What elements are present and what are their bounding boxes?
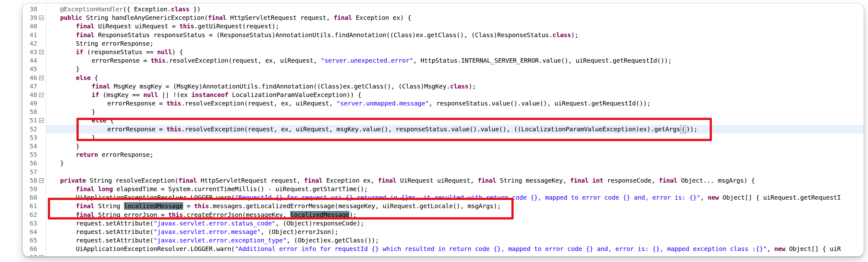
code-text: if (responseStatus == null) {: [76, 48, 183, 56]
token-keyword: if: [92, 91, 99, 98]
code-line[interactable]: final ResponseStatus responseStatus = (R…: [46, 31, 864, 39]
line-number: 62: [23, 211, 37, 219]
code-line[interactable]: String errorResponse;: [46, 39, 864, 48]
fold-column: [37, 91, 46, 99]
token-plain: .resolveException(request, ex, uiRequest…: [165, 57, 321, 64]
code-text: errorResponse = this.resolveException(re…: [107, 125, 698, 134]
token-plain: errorResponse;: [98, 151, 153, 158]
token-keyword: final: [76, 31, 94, 39]
code-line[interactable]: private String resolveException(final Ht…: [46, 176, 864, 185]
code-line[interactable]: [46, 253, 864, 256]
fold-toggle-icon[interactable]: [39, 16, 44, 20]
code-line[interactable]: final long elapsedTime = System.currentT…: [46, 185, 864, 193]
code-line[interactable]: }: [46, 108, 864, 116]
code-line[interactable]: errorResponse = this.resolveException(re…: [46, 99, 864, 108]
token-plain: {: [106, 117, 114, 124]
editor-row-50: 50}: [23, 108, 864, 116]
code-line[interactable]: final String errorJson = this.createErro…: [46, 211, 864, 219]
editor-row-43: 43if (responseStatus == null) {: [23, 48, 864, 56]
code-text: if (msgKey == null || !(ex instanceof Lo…: [92, 91, 361, 99]
token-plain: }): [189, 5, 200, 13]
token-plain: String: [94, 202, 124, 210]
code-line[interactable]: }: [46, 142, 864, 150]
code-text: }: [60, 159, 64, 168]
token-plain: ,: [767, 245, 774, 253]
token-plain: {: [91, 74, 98, 82]
code-line[interactable]: final String localizedMessage = this.mes…: [46, 202, 864, 210]
code-line[interactable]: UiApplicationExceptionResolver.LOGGER.wa…: [46, 245, 864, 253]
token-occurrence-highlight: localizedMessage: [290, 211, 349, 219]
token-keyword: final: [76, 22, 94, 30]
token-keyword: this: [166, 125, 181, 133]
code-text: }: [92, 108, 95, 116]
code-text: errorResponse = this.resolveException(re…: [107, 99, 651, 108]
code-text: final long elapsedTime = System.currentT…: [76, 185, 368, 193]
line-number: 60: [23, 193, 37, 202]
token-plain: }: [60, 159, 64, 167]
code-line[interactable]: else {: [46, 74, 864, 82]
code-line[interactable]: UiApplicationExceptionResolver.LOGGER.wa…: [46, 193, 864, 202]
token-plain: ) {: [172, 48, 183, 56]
token-keyword: public: [60, 14, 82, 22]
code-text: }: [76, 142, 80, 150]
fold-toggle-icon[interactable]: [39, 76, 44, 80]
code-text: request.setAttribute("javax.servlet.erro…: [76, 236, 379, 245]
fold-column: [37, 74, 46, 82]
fold-column: [37, 185, 46, 193]
line-number: 61: [23, 202, 37, 210]
token-plain: String resolveException(: [86, 177, 179, 184]
code-line[interactable]: if (responseStatus == null) {: [46, 48, 864, 56]
editor-row-64: 64request.setAttribute("javax.servlet.er…: [23, 228, 864, 236]
editor-row-38: 38@ExceptionHandler({ Exception.class }): [23, 5, 864, 13]
code-line[interactable]: }: [46, 159, 864, 168]
token-keyword: this: [166, 99, 181, 107]
code-text: final String errorJson = this.createErro…: [76, 211, 356, 219]
code-line[interactable]: }: [46, 134, 864, 142]
code-line[interactable]: final UiRequest uiRequest = this.getUiRe…: [46, 22, 864, 31]
token-plain: ({ Exception.: [123, 5, 171, 13]
code-line[interactable]: errorResponse = this.resolveException(re…: [46, 125, 864, 134]
fold-toggle-icon[interactable]: [39, 93, 44, 97]
code-lines-container[interactable]: 38@ExceptionHandler({ Exception.class })…: [23, 5, 864, 256]
code-line[interactable]: request.setAttribute("javax.servlet.erro…: [46, 219, 864, 228]
line-number: 55: [23, 150, 37, 159]
code-line[interactable]: return errorResponse;: [46, 150, 864, 159]
code-line[interactable]: }: [46, 65, 864, 74]
token-keyword: final: [92, 83, 110, 90]
fold-toggle-icon[interactable]: [39, 255, 44, 256]
fold-column: [37, 150, 46, 159]
fold-column: [37, 31, 46, 39]
code-line[interactable]: request.setAttribute("javax.servlet.erro…: [46, 236, 864, 245]
editor-row-40: 40final UiRequest uiRequest = this.getUi…: [23, 22, 864, 31]
token-plain: Exception ex,: [322, 177, 378, 184]
token-plain: UiRequest uiRequest,: [397, 177, 478, 184]
code-line[interactable]: [46, 168, 864, 176]
token-plain: LocalizationParamValueException)) {: [228, 91, 361, 98]
fold-column: [37, 82, 46, 91]
code-text: request.setAttribute("javax.servlet.erro…: [76, 219, 364, 228]
fold-column: [37, 108, 46, 116]
code-line[interactable]: errorResponse = this.resolveException(re…: [46, 56, 864, 65]
code-line[interactable]: if (msgKey == null || !(ex instanceof Lo…: [46, 91, 864, 99]
fold-column: [37, 228, 46, 236]
code-text: public String handleAnyGenericException(…: [60, 13, 411, 22]
code-line[interactable]: @ExceptionHandler({ Exception.class }): [46, 5, 864, 13]
fold-column: [37, 193, 46, 202]
fold-column: [37, 134, 46, 142]
token-plain: String errorJson =: [94, 211, 168, 219]
token-plain: =: [183, 202, 194, 210]
code-text: private String resolveException(final Ht…: [60, 176, 755, 185]
line-number: 59: [23, 185, 37, 193]
token-plain: String messageKey,: [496, 177, 570, 184]
fold-toggle-icon[interactable]: [39, 178, 44, 183]
fold-toggle-icon[interactable]: [39, 50, 44, 55]
code-line[interactable]: request.setAttribute("javax.servlet.erro…: [46, 228, 864, 236]
token-plain: HttpServletRequest request,: [197, 177, 304, 184]
code-line[interactable]: public String handleAnyGenericException(…: [46, 13, 864, 22]
token-plain: Object[] { uiR: [785, 245, 841, 253]
fold-toggle-icon[interactable]: [39, 118, 44, 123]
fold-column: [37, 22, 46, 31]
token-keyword: class: [171, 5, 189, 13]
code-line[interactable]: final MsgKey msgKey = (MsgKey)Annotation…: [46, 82, 864, 91]
code-line[interactable]: else {: [46, 116, 864, 125]
